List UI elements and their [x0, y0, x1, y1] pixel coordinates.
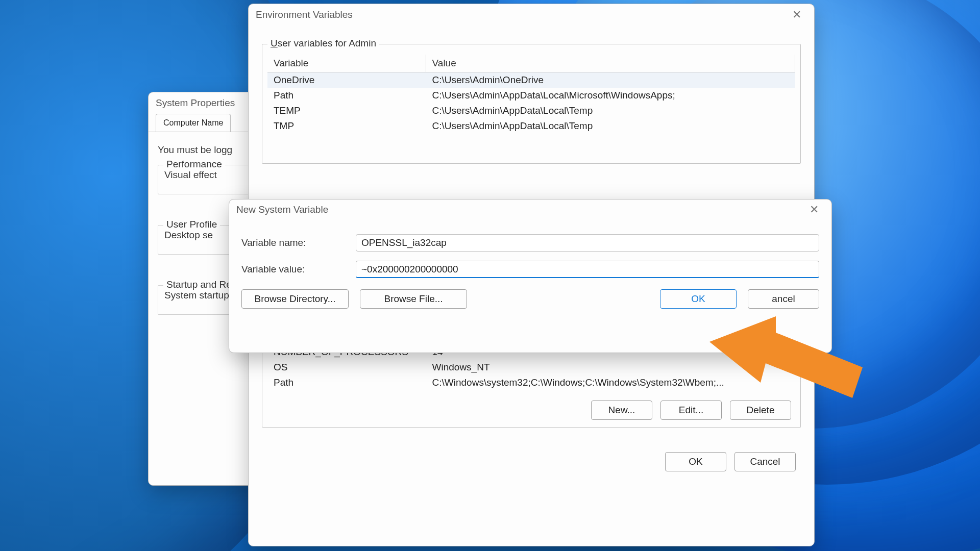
- close-icon[interactable]: ✕: [787, 8, 807, 21]
- startup-header: Startup and Re: [163, 279, 235, 290]
- envvars-cancel-button[interactable]: Cancel: [734, 452, 796, 471]
- col-value[interactable]: Value: [426, 55, 795, 72]
- envvars-ok-button[interactable]: OK: [665, 452, 726, 471]
- user-variables-table[interactable]: Variable Value OneDriveC:\Users\Admin\On…: [267, 55, 795, 134]
- table-row[interactable]: PathC:\Users\Admin\AppData\Local\Microso…: [267, 88, 795, 103]
- variable-value-input[interactable]: [356, 261, 819, 278]
- envvars-dialog-buttons: OK Cancel: [249, 428, 814, 479]
- cell-variable: TEMP: [267, 103, 426, 118]
- table-row[interactable]: PathC:\Windows\system32;C:\Windows;C:\Wi…: [267, 375, 795, 390]
- table-row[interactable]: OneDriveC:\Users\Admin\OneDrive: [267, 72, 795, 88]
- cell-value: Windows_NT: [426, 360, 795, 375]
- newvar-title: New System Variable: [236, 204, 328, 215]
- sys-new-button[interactable]: New...: [591, 400, 652, 420]
- sys-delete-button[interactable]: Delete: [730, 400, 791, 420]
- cell-value: C:\Users\Admin\OneDrive: [426, 72, 795, 88]
- table-row[interactable]: TEMPC:\Users\Admin\AppData\Local\Temp: [267, 103, 795, 118]
- table-row[interactable]: TMPC:\Users\Admin\AppData\Local\Temp: [267, 118, 795, 134]
- cell-variable: OS: [267, 360, 426, 375]
- browse-file-button[interactable]: Browse File...: [360, 289, 467, 309]
- user-variables-legend: User variables for Admin: [267, 38, 379, 49]
- envvars-title: Environment Variables: [256, 9, 353, 20]
- tab-computer-name[interactable]: Computer Name: [156, 114, 231, 132]
- cell-value: C:\Windows\system32;C:\Windows;C:\Window…: [426, 375, 795, 390]
- cell-value: C:\Users\Admin\AppData\Local\Temp: [426, 118, 795, 134]
- browse-directory-button[interactable]: Browse Directory...: [241, 289, 349, 309]
- cell-variable: OneDrive: [267, 72, 426, 88]
- user-variables-group: User variables for Admin Variable Value …: [262, 44, 801, 164]
- cell-value: C:\Users\Admin\AppData\Local\Temp: [426, 103, 795, 118]
- sys-edit-button[interactable]: Edit...: [660, 400, 722, 420]
- cell-variable: Path: [267, 375, 426, 390]
- col-variable[interactable]: Variable: [267, 55, 426, 72]
- variable-value-label: Variable value:: [241, 264, 349, 275]
- performance-header: Performance: [163, 159, 225, 170]
- cell-value: C:\Users\Admin\AppData\Local\Microsoft\W…: [426, 88, 795, 103]
- cell-variable: TMP: [267, 118, 426, 134]
- variable-name-input[interactable]: [356, 234, 819, 252]
- system-properties-title: System Properties: [156, 97, 235, 109]
- user-profile-header: User Profile: [163, 219, 220, 230]
- newvar-close-icon[interactable]: ✕: [804, 203, 824, 216]
- cell-variable: Path: [267, 88, 426, 103]
- newvar-ok-button[interactable]: OK: [660, 289, 737, 309]
- variable-name-label: Variable name:: [241, 237, 349, 248]
- envvars-titlebar: Environment Variables ✕: [249, 4, 814, 26]
- system-variables-buttons: New... Edit... Delete: [262, 393, 800, 427]
- table-row[interactable]: OSWindows_NT: [267, 360, 795, 375]
- newvar-cancel-button[interactable]: ancel: [748, 289, 819, 309]
- newvar-titlebar: New System Variable ✕: [229, 199, 831, 220]
- new-system-variable-dialog: New System Variable ✕ Variable name: Var…: [229, 199, 832, 353]
